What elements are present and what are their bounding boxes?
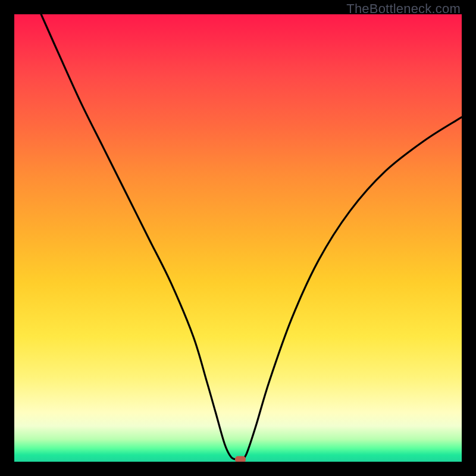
watermark: TheBottleneck.com — [346, 1, 461, 17]
optimum-marker — [235, 456, 246, 462]
curve-svg — [14, 14, 462, 462]
chart-container: TheBottleneck.com — [0, 0, 476, 476]
bottleneck-curve — [41, 14, 462, 460]
plot-area — [14, 14, 462, 462]
